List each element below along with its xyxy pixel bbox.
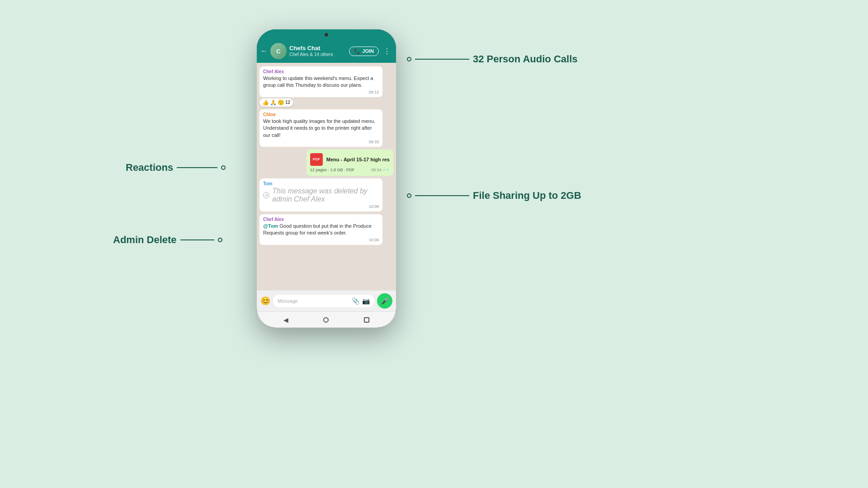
table-row: Chef Alex @Tom Good question but put tha…: [259, 214, 382, 245]
reaction-count: 12: [285, 100, 290, 105]
recents-nav-icon[interactable]: [364, 317, 369, 323]
mic-button[interactable]: 🎤: [377, 293, 392, 309]
reactions-line: [177, 167, 217, 168]
chat-area: Chef Alex Working to update this weekend…: [257, 63, 396, 291]
audio-calls-annotation: 32 Person Audio Calls: [407, 53, 577, 65]
file-sharing-dot: [407, 193, 411, 198]
phone-icon: 📞: [354, 48, 360, 54]
back-nav-icon[interactable]: ◀: [283, 316, 288, 324]
reaction-emoji-2: 🙏: [270, 99, 277, 106]
reactions-annotation: Reactions: [126, 162, 226, 174]
table-row: Tom ⊘ This message was deleted by admin …: [259, 178, 382, 211]
table-row: Chef Alex Working to update this weekend…: [259, 66, 382, 97]
menu-dots-icon[interactable]: ⋮: [382, 46, 392, 56]
msg-text: @Tom Good question but put that in the P…: [263, 223, 379, 237]
msg-time: 10:06: [263, 204, 379, 209]
audio-calls-dot: [407, 57, 411, 61]
attach-icon[interactable]: 📎: [352, 297, 359, 305]
header-info: Chefs Chat Chef Alex & 14 others: [289, 45, 346, 57]
home-nav-icon[interactable]: [323, 317, 329, 323]
reaction-emoji-3: 🙂: [278, 99, 284, 106]
table-row: PDF Menu - April 15-17 high res 12 pages…: [307, 150, 393, 176]
msg-sender-label: Chloe: [263, 112, 379, 117]
reactions-bar: 👍 🙏 🙂 12: [259, 99, 293, 107]
audio-calls-line: [415, 59, 469, 60]
pdf-icon: PDF: [310, 153, 323, 166]
msg-text: We took high quality images for the upda…: [263, 118, 379, 139]
input-bar: 😊 Message 📎 📷 🎤: [257, 291, 396, 311]
chat-name: Chefs Chat: [289, 45, 346, 52]
file-meta-info: 12 pages · 1.8 GB · PDF: [310, 168, 354, 172]
admin-delete-label: Admin Delete: [113, 234, 177, 246]
msg-sender-label: Chef Alex: [263, 217, 379, 222]
tick-icon: ✓✓: [382, 168, 390, 172]
camera-icon[interactable]: 📷: [362, 297, 370, 305]
deleted-icon: ⊘: [263, 192, 269, 198]
msg-time: 09:12: [263, 90, 379, 94]
file-sharing-line: [415, 195, 469, 196]
message-group-1: Chef Alex Working to update this weekend…: [259, 66, 393, 107]
table-row: Chloe We took high quality images for th…: [259, 109, 382, 147]
file-sharing-annotation: File Sharing Up to 2GB: [407, 190, 581, 202]
emoji-button[interactable]: 😊: [260, 296, 270, 306]
deleted-message: ⊘ This message was deleted by admin Chef…: [263, 187, 379, 203]
msg-time: 09:34 ✓✓: [371, 168, 390, 172]
status-bar: [257, 29, 396, 40]
nav-bar: ◀: [257, 311, 396, 328]
back-icon[interactable]: ←: [260, 47, 268, 55]
admin-delete-line: [180, 239, 214, 240]
chat-header: ← C Chefs Chat Chef Alex & 14 others 📞 J…: [257, 40, 396, 63]
admin-delete-dot: [218, 238, 222, 242]
input-icons: 📎 📷: [352, 297, 370, 305]
file-meta-row: 12 pages · 1.8 GB · PDF 09:34 ✓✓: [310, 168, 390, 172]
file-header: PDF Menu - April 15-17 high res: [310, 153, 390, 166]
reactions-dot: [221, 165, 226, 170]
msg-time: 10:06: [263, 238, 379, 242]
camera-dot: [325, 33, 328, 37]
reactions-label: Reactions: [126, 162, 173, 174]
mention-tag: @Tom: [263, 223, 278, 229]
msg-sender-label: Tom: [263, 181, 379, 186]
file-name: Menu - April 15-17 high res: [326, 157, 390, 162]
msg-time: 09:33: [263, 140, 379, 144]
join-button[interactable]: 📞 JOIN: [349, 47, 379, 56]
phone-mockup: ← C Chefs Chat Chef Alex & 14 others 📞 J…: [257, 29, 396, 328]
reaction-emoji-1: 👍: [262, 99, 269, 106]
message-input[interactable]: Message 📎 📷: [273, 295, 374, 307]
msg-sender-label: Chef Alex: [263, 69, 379, 74]
avatar: C: [270, 43, 287, 59]
mic-icon: 🎤: [381, 297, 389, 305]
msg-text: Working to update this weekend's menu. E…: [263, 75, 379, 89]
chat-subtitle: Chef Alex & 14 others: [289, 52, 346, 57]
admin-delete-annotation: Admin Delete: [113, 234, 222, 246]
audio-calls-label: 32 Person Audio Calls: [473, 53, 577, 65]
file-sharing-label: File Sharing Up to 2GB: [473, 190, 581, 202]
